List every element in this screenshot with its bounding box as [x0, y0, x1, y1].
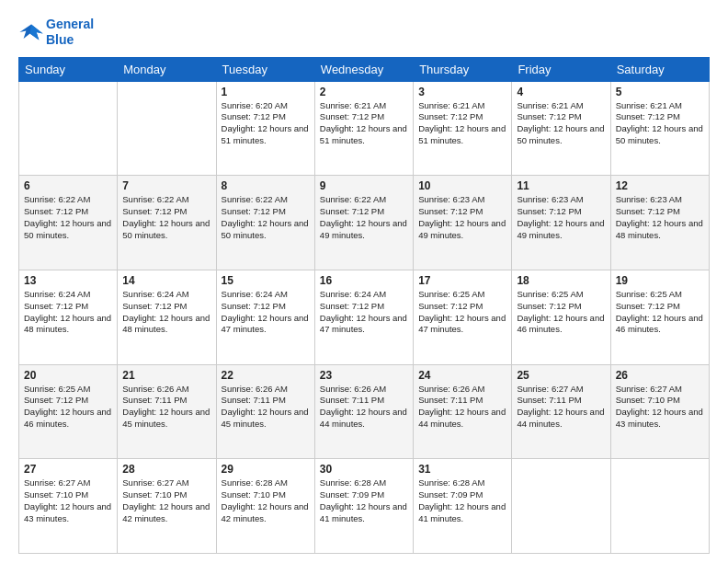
- day-number: 1: [222, 86, 310, 98]
- day-info: Sunrise: 6:25 AM Sunset: 7:12 PM Dayligh…: [616, 289, 704, 336]
- day-number: 8: [222, 179, 310, 192]
- day-info: Sunrise: 6:22 AM Sunset: 7:12 PM Dayligh…: [320, 194, 408, 241]
- page-header: General Blue: [18, 17, 710, 48]
- calendar-day-header: Tuesday: [216, 57, 314, 81]
- day-number: 23: [320, 369, 408, 382]
- calendar-cell: [118, 81, 216, 176]
- day-info: Sunrise: 6:22 AM Sunset: 7:12 PM Dayligh…: [222, 194, 310, 241]
- calendar-cell: [512, 459, 610, 554]
- day-info: Sunrise: 6:21 AM Sunset: 7:12 PM Dayligh…: [517, 100, 605, 147]
- day-number: 11: [517, 179, 605, 192]
- day-info: Sunrise: 6:21 AM Sunset: 7:12 PM Dayligh…: [418, 100, 506, 147]
- logo-text: General Blue: [46, 17, 94, 48]
- calendar-cell: 26Sunrise: 6:27 AM Sunset: 7:10 PM Dayli…: [610, 364, 709, 459]
- calendar-cell: 19Sunrise: 6:25 AM Sunset: 7:12 PM Dayli…: [610, 270, 709, 364]
- calendar-cell: 25Sunrise: 6:27 AM Sunset: 7:11 PM Dayli…: [512, 364, 610, 459]
- day-info: Sunrise: 6:25 AM Sunset: 7:12 PM Dayligh…: [418, 289, 506, 336]
- day-info: Sunrise: 6:28 AM Sunset: 7:09 PM Dayligh…: [320, 477, 408, 524]
- day-info: Sunrise: 6:21 AM Sunset: 7:12 PM Dayligh…: [616, 100, 704, 147]
- calendar-cell: 24Sunrise: 6:26 AM Sunset: 7:11 PM Dayli…: [414, 364, 512, 459]
- calendar-table: SundayMondayTuesdayWednesdayThursdayFrid…: [18, 57, 710, 554]
- calendar-week-row: 27Sunrise: 6:27 AM Sunset: 7:10 PM Dayli…: [19, 459, 710, 554]
- day-info: Sunrise: 6:23 AM Sunset: 7:12 PM Dayligh…: [616, 194, 704, 241]
- calendar-week-row: 13Sunrise: 6:24 AM Sunset: 7:12 PM Dayli…: [19, 270, 710, 364]
- calendar-cell: 28Sunrise: 6:27 AM Sunset: 7:10 PM Dayli…: [118, 459, 216, 554]
- calendar-day-header: Wednesday: [314, 57, 413, 81]
- calendar-header-row: SundayMondayTuesdayWednesdayThursdayFrid…: [19, 57, 710, 81]
- day-info: Sunrise: 6:21 AM Sunset: 7:12 PM Dayligh…: [320, 100, 408, 147]
- day-number: 27: [24, 463, 112, 476]
- day-number: 22: [222, 369, 310, 382]
- day-number: 28: [122, 463, 210, 476]
- calendar-cell: 22Sunrise: 6:26 AM Sunset: 7:11 PM Dayli…: [216, 364, 314, 459]
- day-number: 14: [122, 274, 210, 287]
- day-number: 31: [418, 463, 506, 476]
- calendar-cell: 11Sunrise: 6:23 AM Sunset: 7:12 PM Dayli…: [512, 176, 610, 270]
- day-number: 26: [616, 369, 704, 382]
- calendar-cell: 2Sunrise: 6:21 AM Sunset: 7:12 PM Daylig…: [314, 81, 413, 176]
- calendar-cell: 12Sunrise: 6:23 AM Sunset: 7:12 PM Dayli…: [610, 176, 709, 270]
- calendar-cell: [610, 459, 709, 554]
- day-number: 12: [616, 179, 704, 192]
- calendar-cell: 3Sunrise: 6:21 AM Sunset: 7:12 PM Daylig…: [414, 81, 512, 176]
- day-info: Sunrise: 6:24 AM Sunset: 7:12 PM Dayligh…: [320, 289, 408, 336]
- day-number: 20: [24, 369, 112, 382]
- day-info: Sunrise: 6:25 AM Sunset: 7:12 PM Dayligh…: [517, 289, 605, 336]
- calendar-cell: 9Sunrise: 6:22 AM Sunset: 7:12 PM Daylig…: [314, 176, 413, 270]
- day-number: 7: [122, 179, 210, 192]
- calendar-cell: 13Sunrise: 6:24 AM Sunset: 7:12 PM Dayli…: [19, 270, 118, 364]
- calendar-cell: 20Sunrise: 6:25 AM Sunset: 7:12 PM Dayli…: [19, 364, 118, 459]
- calendar-day-header: Sunday: [19, 57, 118, 81]
- day-number: 29: [222, 463, 310, 476]
- day-number: 21: [122, 369, 210, 382]
- calendar-cell: 15Sunrise: 6:24 AM Sunset: 7:12 PM Dayli…: [216, 270, 314, 364]
- day-info: Sunrise: 6:24 AM Sunset: 7:12 PM Dayligh…: [24, 289, 112, 336]
- calendar-cell: 5Sunrise: 6:21 AM Sunset: 7:12 PM Daylig…: [610, 81, 709, 176]
- day-info: Sunrise: 6:26 AM Sunset: 7:11 PM Dayligh…: [122, 384, 210, 431]
- calendar-cell: 10Sunrise: 6:23 AM Sunset: 7:12 PM Dayli…: [414, 176, 512, 270]
- calendar-week-row: 20Sunrise: 6:25 AM Sunset: 7:12 PM Dayli…: [19, 364, 710, 459]
- logo: General Blue: [18, 17, 94, 48]
- calendar-cell: 23Sunrise: 6:26 AM Sunset: 7:11 PM Dayli…: [314, 364, 413, 459]
- day-info: Sunrise: 6:25 AM Sunset: 7:12 PM Dayligh…: [24, 384, 112, 431]
- calendar-cell: 7Sunrise: 6:22 AM Sunset: 7:12 PM Daylig…: [118, 176, 216, 270]
- day-number: 2: [320, 86, 408, 98]
- logo-bird-icon: [18, 19, 44, 45]
- calendar-cell: 30Sunrise: 6:28 AM Sunset: 7:09 PM Dayli…: [314, 459, 413, 554]
- calendar-cell: 16Sunrise: 6:24 AM Sunset: 7:12 PM Dayli…: [314, 270, 413, 364]
- day-info: Sunrise: 6:27 AM Sunset: 7:10 PM Dayligh…: [616, 384, 704, 431]
- calendar-cell: 6Sunrise: 6:22 AM Sunset: 7:12 PM Daylig…: [19, 176, 118, 270]
- calendar-cell: 18Sunrise: 6:25 AM Sunset: 7:12 PM Dayli…: [512, 270, 610, 364]
- day-number: 9: [320, 179, 408, 192]
- calendar-day-header: Saturday: [610, 57, 709, 81]
- day-info: Sunrise: 6:26 AM Sunset: 7:11 PM Dayligh…: [418, 384, 506, 431]
- day-info: Sunrise: 6:23 AM Sunset: 7:12 PM Dayligh…: [418, 194, 506, 241]
- day-number: 4: [517, 86, 605, 98]
- calendar-cell: 29Sunrise: 6:28 AM Sunset: 7:10 PM Dayli…: [216, 459, 314, 554]
- calendar-cell: 4Sunrise: 6:21 AM Sunset: 7:12 PM Daylig…: [512, 81, 610, 176]
- day-number: 25: [517, 369, 605, 382]
- calendar-day-header: Friday: [512, 57, 610, 81]
- day-number: 30: [320, 463, 408, 476]
- calendar-day-header: Thursday: [414, 57, 512, 81]
- svg-marker-1: [30, 24, 43, 40]
- day-number: 10: [418, 179, 506, 192]
- day-number: 17: [418, 274, 506, 287]
- calendar-week-row: 6Sunrise: 6:22 AM Sunset: 7:12 PM Daylig…: [19, 176, 710, 270]
- day-info: Sunrise: 6:27 AM Sunset: 7:11 PM Dayligh…: [517, 384, 605, 431]
- day-info: Sunrise: 6:26 AM Sunset: 7:11 PM Dayligh…: [222, 384, 310, 431]
- calendar-week-row: 1Sunrise: 6:20 AM Sunset: 7:12 PM Daylig…: [19, 81, 710, 176]
- day-info: Sunrise: 6:26 AM Sunset: 7:11 PM Dayligh…: [320, 384, 408, 431]
- calendar-cell: [19, 81, 118, 176]
- day-number: 18: [517, 274, 605, 287]
- day-info: Sunrise: 6:28 AM Sunset: 7:09 PM Dayligh…: [418, 477, 506, 524]
- day-info: Sunrise: 6:23 AM Sunset: 7:12 PM Dayligh…: [517, 194, 605, 241]
- calendar-cell: 31Sunrise: 6:28 AM Sunset: 7:09 PM Dayli…: [414, 459, 512, 554]
- calendar-cell: 21Sunrise: 6:26 AM Sunset: 7:11 PM Dayli…: [118, 364, 216, 459]
- day-info: Sunrise: 6:22 AM Sunset: 7:12 PM Dayligh…: [24, 194, 112, 241]
- day-info: Sunrise: 6:24 AM Sunset: 7:12 PM Dayligh…: [222, 289, 310, 336]
- day-number: 19: [616, 274, 704, 287]
- day-number: 15: [222, 274, 310, 287]
- calendar-cell: 17Sunrise: 6:25 AM Sunset: 7:12 PM Dayli…: [414, 270, 512, 364]
- calendar-cell: 8Sunrise: 6:22 AM Sunset: 7:12 PM Daylig…: [216, 176, 314, 270]
